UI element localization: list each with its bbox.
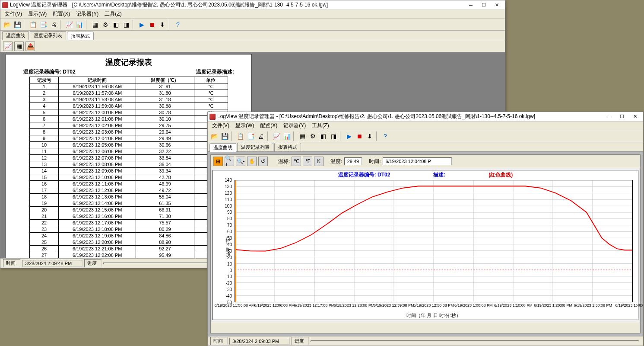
table-row: 256/19/2023 12:20:08 PM88.90℃ — [30, 239, 228, 246]
unit-kelvin-button[interactable]: K — [314, 157, 324, 166]
time-value-field: 6/19/2023 12:04:08 P — [383, 157, 452, 165]
menu-recorder[interactable]: 记录器(Y) — [281, 121, 308, 130]
close-button[interactable]: ✕ — [628, 113, 641, 121]
tool-save-icon[interactable]: 💾 — [220, 131, 229, 141]
tool-stop-icon[interactable]: ⏹ — [147, 20, 157, 29]
tool-print-icon[interactable]: 🖨 — [49, 20, 58, 29]
temp-value-label: 温度: — [330, 158, 342, 165]
zoom-in-icon[interactable]: 🔍+ — [225, 157, 234, 166]
unit-celsius-button[interactable]: ℃ — [292, 157, 301, 166]
tool-chart-icon[interactable]: 📈 — [272, 131, 281, 141]
col-record-time: 记录时间 — [59, 77, 136, 83]
table-row: 66/19/2023 12:01:08 PM30.10℃ — [30, 116, 228, 122]
status-time-label: 时间 — [210, 337, 228, 345]
tool-chart-icon[interactable]: 📈 — [64, 20, 74, 29]
window-title: LogView 温度记录管理器 - [C:\Users\Admin\Deskto… — [10, 1, 464, 9]
tool-play-icon[interactable]: ▶ — [344, 131, 354, 141]
table-row: 206/19/2023 12:15:08 PM66.91℃ — [30, 207, 228, 213]
zoom-out-icon[interactable]: 🔍- — [236, 157, 245, 166]
maximize-button[interactable]: ☐ — [615, 113, 628, 121]
table-row: 246/19/2023 12:19:08 PM84.86℃ — [30, 233, 228, 239]
report-export-icon[interactable]: 📤 — [25, 42, 35, 51]
tool-download-icon[interactable]: ⬇ — [365, 131, 374, 141]
table-row: 56/19/2023 12:00:08 PM30.78℃ — [30, 109, 228, 116]
minimize-button[interactable]: ─ — [464, 1, 477, 9]
temp-scale-label: 温标: — [278, 158, 290, 165]
table-row: 156/19/2023 12:10:08 PM42.78℃ — [30, 174, 228, 181]
tool-copy-icon[interactable]: 📑 — [38, 20, 48, 29]
menu-file[interactable]: 文件(V) — [209, 121, 232, 130]
chart-panel: ⊞ 🔍+ 🔍- ✋ ↺ 温标: ℃ ℉ K 温度: 29.49 时间: — [210, 154, 641, 333]
tool-play-icon[interactable]: ▶ — [137, 20, 146, 29]
report-title: 温度记录报表 — [6, 54, 251, 68]
report-table: 记录号 记录时间 温度值（℃） 单位 16/19/2023 11:56:08 A… — [29, 77, 228, 258]
status-time-label: 时间 — [3, 259, 20, 267]
pan-icon[interactable]: ✋ — [247, 157, 257, 166]
table-row: 276/19/2023 12:22:08 PM95.49℃ — [30, 252, 228, 259]
status-progress — [311, 340, 639, 342]
tool-save-as-icon[interactable]: 📋 — [235, 131, 245, 141]
table-row: 96/19/2023 12:04:08 PM29.49℃ — [30, 135, 228, 142]
tool-box2-icon[interactable]: ◨ — [121, 20, 131, 29]
tool-open-icon[interactable]: 📂 — [2, 20, 12, 29]
tab-report[interactable]: 报表格式 — [67, 32, 94, 40]
reset-icon[interactable]: ↺ — [258, 157, 268, 166]
tab-curve[interactable]: 温度曲线 — [209, 143, 236, 152]
tool-copy-icon[interactable]: 📑 — [246, 131, 255, 141]
tool-download-icon[interactable]: ⬇ — [158, 20, 167, 29]
menu-config[interactable]: 配置(X) — [50, 10, 73, 19]
cursor-tool-icon[interactable]: ⊞ — [213, 157, 223, 166]
tool-print-icon[interactable]: 🖨 — [256, 131, 266, 141]
tool-save-as-icon[interactable]: 📋 — [28, 20, 38, 29]
tab-curve[interactable]: 温度曲线 — [2, 31, 29, 40]
maximize-button[interactable]: ☐ — [477, 1, 490, 9]
col-temp-value: 温度值（℃） — [136, 77, 194, 83]
tool-box2-icon[interactable]: ◨ — [329, 131, 338, 141]
table-row: 46/19/2023 11:59:08 AM30.88℃ — [30, 103, 228, 109]
recorder-id-label: 温度记录器编号: DT02 — [23, 68, 76, 76]
unit-fahrenheit-button[interactable]: ℉ — [303, 157, 312, 166]
status-progress-label: 进度 — [84, 259, 102, 267]
chart-controls: ⊞ 🔍+ 🔍- ✋ ↺ 温标: ℃ ℉ K 温度: 29.49 时间: — [211, 155, 640, 168]
plot-svg — [235, 180, 632, 302]
tool-table-icon[interactable]: 📊 — [75, 20, 84, 29]
tool-grid-icon[interactable]: ▦ — [298, 131, 307, 141]
status-progress-label: 进度 — [292, 337, 309, 345]
tool-config-icon[interactable]: ⚙ — [101, 20, 110, 29]
table-row: 126/19/2023 12:07:08 PM33.84℃ — [30, 155, 228, 161]
table-row: 186/19/2023 12:13:08 PM55.04℃ — [30, 194, 228, 200]
tool-box1-icon[interactable]: ◧ — [111, 20, 121, 29]
menu-view[interactable]: 显示(W) — [233, 121, 257, 130]
tool-table-icon[interactable]: 📊 — [282, 131, 292, 141]
tool-config-icon[interactable]: ⚙ — [308, 131, 317, 141]
col-unit: 单位 — [194, 77, 228, 83]
chart-area[interactable]: 温度记录器编号: DT02 描述: (红色曲线) 温度（℃） -50-40-30… — [213, 170, 638, 320]
toolbar: 📂 💾 📋 📑 🖨 📈 📊 ▦ ⚙ ◧ ◨ ▶ ⏹ ⬇ ? — [0, 19, 505, 31]
content-area: ⊞ 🔍+ 🔍- ✋ ↺ 温标: ℃ ℉ K 温度: 29.49 时间: — [208, 152, 643, 336]
tool-grid-icon[interactable]: ▦ — [90, 20, 100, 29]
menu-view[interactable]: 显示(W) — [25, 10, 49, 19]
tab-list[interactable]: 温度记录列表 — [30, 31, 66, 40]
minimize-button[interactable]: ─ — [603, 113, 615, 121]
chart-scrollbar[interactable] — [211, 322, 640, 333]
time-value-label: 时间: — [369, 158, 381, 165]
table-row: 266/19/2023 12:21:08 PM92.27℃ — [30, 246, 228, 252]
tab-list[interactable]: 温度记录列表 — [237, 143, 273, 151]
tool-save-icon[interactable]: 💾 — [13, 20, 22, 29]
tool-box1-icon[interactable]: ◧ — [318, 131, 328, 141]
tool-open-icon[interactable]: 📂 — [209, 131, 219, 141]
menu-tool[interactable]: 工具(Z) — [102, 10, 124, 19]
tab-report[interactable]: 报表格式 — [274, 143, 301, 151]
report-grid-icon[interactable]: ▦ — [14, 42, 24, 51]
menu-tool[interactable]: 工具(Z) — [309, 121, 331, 130]
close-button[interactable]: ✕ — [490, 1, 503, 9]
report-chart-icon[interactable]: 📈 — [3, 42, 13, 51]
menu-config[interactable]: 配置(X) — [257, 121, 280, 130]
menu-file[interactable]: 文件(V) — [2, 10, 25, 19]
plot[interactable] — [235, 180, 633, 302]
tool-help-icon[interactable]: ? — [173, 20, 183, 29]
tool-stop-icon[interactable]: ⏹ — [355, 131, 364, 141]
status-time: 3/28/2024 2:09:48 PM — [22, 260, 82, 267]
menu-recorder[interactable]: 记录器(Y) — [73, 10, 101, 19]
tool-help-icon[interactable]: ? — [381, 131, 390, 141]
